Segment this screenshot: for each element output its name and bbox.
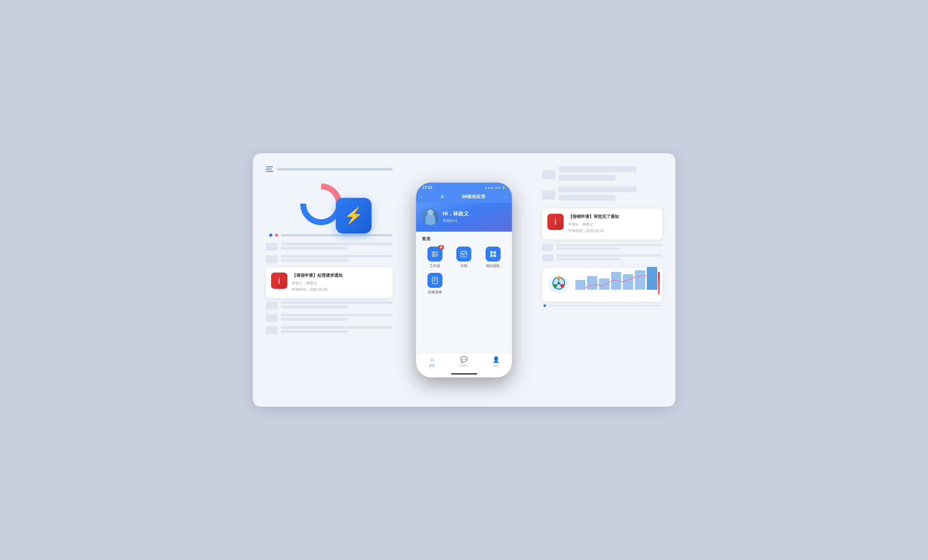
phone-wrapper: 17:47 ▲▲▲ WiFi 🔋 ‹ ✕ IM移动应用 ··· — [416, 183, 512, 377]
svg-point-4 — [433, 255, 434, 257]
thunder-icon: ⚡ — [344, 207, 363, 225]
calendar-label: 日程 — [460, 263, 467, 268]
placeholder-line — [559, 186, 636, 192]
notif-title-right: 【报销申请】审批完了通知 — [568, 214, 657, 219]
person-icon: 👤 — [493, 356, 500, 363]
app-body: 常用 新 — [416, 231, 512, 353]
right-mid-rows — [542, 244, 662, 262]
left-list-rows-2 — [266, 301, 393, 335]
rline-short — [557, 258, 620, 260]
right-top-placeholders — [542, 166, 662, 203]
svg-rect-6 — [462, 254, 463, 255]
placeholder-box — [542, 170, 555, 179]
chart-legend — [542, 304, 662, 307]
right-top-row — [542, 166, 662, 183]
svg-point-2 — [433, 251, 434, 253]
im-logo — [547, 274, 570, 296]
close-button[interactable]: ✕ — [440, 193, 444, 200]
right-mid-row — [542, 244, 662, 251]
left-top-bar — [266, 166, 393, 172]
rlines — [557, 254, 662, 262]
row-line — [281, 326, 393, 329]
right-mid-row — [542, 254, 662, 262]
team-icon-box — [485, 247, 501, 262]
purchase-label: 采购清单 — [428, 290, 442, 295]
app-icon-calendar[interactable]: 日程 — [451, 247, 477, 268]
left-notif-card[interactable]: i 【请假申请】处理请求通知 申请人：林政义 申请时间：2020-01-01 — [266, 267, 393, 298]
calendar-icon-box — [456, 247, 471, 262]
nav-home[interactable]: ⌂ 首页 — [416, 353, 448, 370]
row-thumb — [266, 326, 278, 334]
row-line — [281, 301, 393, 304]
svg-rect-5 — [461, 251, 467, 257]
svg-rect-12 — [432, 277, 438, 283]
home-indicator — [416, 370, 512, 377]
legend-bar — [549, 305, 661, 306]
row-line — [281, 243, 393, 245]
app-header: ‹ ✕ IM移动应用 ··· — [416, 192, 512, 203]
line-chart-svg — [575, 272, 657, 291]
imbox-label: IMBox — [460, 364, 469, 367]
purchase-icon-box — [427, 273, 443, 288]
app-icon-workflow[interactable]: 新 工作流 — [422, 247, 448, 268]
hero-text: Hi，林政义 样例科21 — [443, 210, 469, 223]
notif-meta-right: 申请人：林政义 申请时间：2020-01-01 — [568, 221, 657, 234]
placeholder-box — [542, 190, 555, 199]
notif-icon-left: i — [271, 272, 287, 289]
app-icons-grid: 新 工作流 — [422, 247, 506, 268]
row-line-short — [281, 306, 348, 308]
section-label: 常用 — [422, 236, 506, 242]
im-bubble — [542, 268, 662, 302]
status-time: 17:47 — [423, 186, 433, 190]
app-title: IM移动应用 — [462, 194, 485, 200]
placeholder-line — [559, 166, 636, 172]
home-icon: ⌂ — [430, 356, 434, 363]
top-bar-line — [277, 168, 393, 170]
notif-icon-right: i — [547, 214, 564, 230]
status-bar: 17:47 ▲▲▲ WiFi 🔋 — [416, 183, 512, 192]
right-top-row — [542, 186, 662, 203]
blue-app-icon-box: ⚡ — [336, 198, 371, 234]
notif-content-right: 【报销申请】审批完了通知 申请人：林政义 申请时间：2020-01-01 — [568, 214, 657, 234]
avatar-person — [426, 213, 435, 225]
row-line — [281, 314, 393, 317]
notif-title-left: 【请假申请】处理请求通知 — [292, 272, 388, 278]
svg-rect-10 — [490, 254, 493, 257]
list-item — [266, 243, 393, 251]
back-button[interactable]: ‹ — [421, 194, 422, 200]
rline — [557, 254, 662, 257]
progress-bar — [281, 234, 393, 236]
svg-rect-9 — [493, 251, 496, 254]
row-lines — [281, 243, 393, 251]
status-icons: ▲▲▲ WiFi 🔋 — [485, 186, 505, 189]
home-bar — [451, 373, 477, 374]
rbox — [542, 244, 553, 251]
app-icon-purchase[interactable]: 采购清单 — [422, 273, 448, 295]
nav-imbox[interactable]: 💬 IMBox — [448, 353, 480, 370]
app-icon-team[interactable]: 项目团队 — [480, 247, 506, 268]
svg-rect-7 — [464, 254, 464, 255]
workflow-icon-box: 新 — [427, 247, 443, 262]
new-badge: 新 — [438, 245, 444, 250]
row-line-short — [281, 259, 348, 262]
screen-content: 17:47 ▲▲▲ WiFi 🔋 ‹ ✕ IM移动应用 ··· — [416, 183, 512, 377]
hamburger-icon[interactable] — [266, 166, 273, 172]
chat-icon: 💬 — [460, 356, 467, 363]
nav-profile[interactable]: 👤 我的 — [480, 353, 512, 370]
main-card: ⚡ — [253, 153, 675, 407]
svg-rect-8 — [490, 251, 493, 254]
row-line-short — [281, 330, 348, 333]
more-button[interactable]: ··· — [503, 194, 507, 200]
progress-dots — [269, 234, 393, 237]
list-item — [266, 326, 393, 335]
avatar — [422, 208, 439, 225]
hero-dept: 样例科21 — [443, 218, 469, 223]
bottom-nav: ⌂ 首页 💬 IMBox 👤 我的 — [416, 353, 512, 370]
hero-section: Hi，林政义 样例科21 — [416, 203, 512, 231]
svg-point-22 — [557, 282, 560, 285]
mini-chart — [575, 272, 657, 298]
right-notif-card[interactable]: i 【报销申请】审批完了通知 申请人：林政义 申请时间：2020-01-01 — [542, 208, 662, 239]
row-line-short — [281, 318, 348, 321]
svg-point-3 — [433, 253, 434, 255]
list-item — [266, 314, 393, 322]
